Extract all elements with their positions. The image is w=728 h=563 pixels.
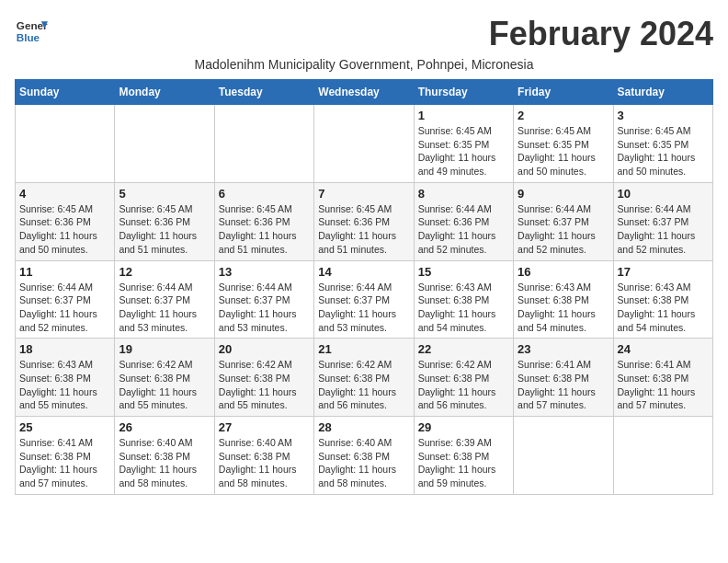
- day-info: Sunrise: 6:40 AM Sunset: 6:38 PM Dayligh…: [219, 436, 310, 490]
- calendar-week-3: 11Sunrise: 6:44 AM Sunset: 6:37 PM Dayli…: [16, 260, 713, 339]
- day-info: Sunrise: 6:45 AM Sunset: 6:35 PM Dayligh…: [618, 124, 709, 178]
- day-number: 8: [418, 187, 509, 201]
- calendar-cell: 29Sunrise: 6:39 AM Sunset: 6:38 PM Dayli…: [414, 417, 513, 495]
- day-number: 11: [19, 265, 110, 279]
- calendar-cell: 5Sunrise: 6:45 AM Sunset: 6:36 PM Daylig…: [115, 182, 214, 260]
- calendar-cell: 28Sunrise: 6:40 AM Sunset: 6:38 PM Dayli…: [314, 417, 414, 495]
- day-info: Sunrise: 6:42 AM Sunset: 6:38 PM Dayligh…: [219, 358, 310, 412]
- calendar-cell: 12Sunrise: 6:44 AM Sunset: 6:37 PM Dayli…: [115, 260, 214, 339]
- day-info: Sunrise: 6:44 AM Sunset: 6:37 PM Dayligh…: [318, 281, 409, 335]
- day-info: Sunrise: 6:45 AM Sunset: 6:35 PM Dayligh…: [518, 124, 609, 178]
- weekday-header-wednesday: Wednesday: [314, 80, 414, 105]
- day-number: 22: [418, 342, 509, 356]
- calendar-table: SundayMondayTuesdayWednesdayThursdayFrid…: [15, 79, 713, 495]
- calendar-week-5: 25Sunrise: 6:41 AM Sunset: 6:38 PM Dayli…: [16, 417, 713, 495]
- day-info: Sunrise: 6:45 AM Sunset: 6:36 PM Dayligh…: [219, 202, 310, 257]
- calendar-cell: 1Sunrise: 6:45 AM Sunset: 6:35 PM Daylig…: [414, 105, 513, 183]
- calendar-cell: 16Sunrise: 6:43 AM Sunset: 6:38 PM Dayli…: [514, 260, 613, 339]
- day-number: 13: [219, 265, 310, 279]
- day-number: 15: [418, 265, 509, 279]
- calendar-week-1: 1Sunrise: 6:45 AM Sunset: 6:35 PM Daylig…: [16, 105, 713, 183]
- calendar-cell: 13Sunrise: 6:44 AM Sunset: 6:37 PM Dayli…: [214, 260, 313, 339]
- day-info: Sunrise: 6:43 AM Sunset: 6:38 PM Dayligh…: [418, 281, 509, 335]
- calendar-cell: 27Sunrise: 6:40 AM Sunset: 6:38 PM Dayli…: [214, 417, 313, 495]
- calendar-cell: 9Sunrise: 6:44 AM Sunset: 6:37 PM Daylig…: [514, 182, 613, 260]
- calendar-cell: 25Sunrise: 6:41 AM Sunset: 6:38 PM Dayli…: [16, 417, 115, 495]
- day-info: Sunrise: 6:42 AM Sunset: 6:38 PM Dayligh…: [318, 358, 409, 412]
- day-number: 9: [518, 187, 609, 201]
- day-number: 10: [618, 187, 709, 201]
- day-number: 27: [219, 420, 310, 434]
- day-number: 21: [318, 342, 409, 356]
- calendar-cell: 15Sunrise: 6:43 AM Sunset: 6:38 PM Dayli…: [414, 260, 513, 339]
- calendar-cell: 14Sunrise: 6:44 AM Sunset: 6:37 PM Dayli…: [314, 260, 414, 339]
- calendar-cell: 6Sunrise: 6:45 AM Sunset: 6:36 PM Daylig…: [214, 182, 313, 260]
- day-info: Sunrise: 6:45 AM Sunset: 6:36 PM Dayligh…: [318, 202, 409, 257]
- day-number: 20: [219, 342, 310, 356]
- day-number: 19: [119, 342, 210, 356]
- calendar-cell: 24Sunrise: 6:41 AM Sunset: 6:38 PM Dayli…: [613, 339, 712, 417]
- weekday-header-saturday: Saturday: [613, 80, 712, 105]
- day-number: 16: [518, 265, 609, 279]
- calendar-cell: 21Sunrise: 6:42 AM Sunset: 6:38 PM Dayli…: [314, 339, 414, 417]
- calendar-cell: 19Sunrise: 6:42 AM Sunset: 6:38 PM Dayli…: [115, 339, 214, 417]
- day-number: 4: [19, 187, 110, 201]
- calendar-week-4: 18Sunrise: 6:43 AM Sunset: 6:38 PM Dayli…: [16, 339, 713, 417]
- calendar-cell: 3Sunrise: 6:45 AM Sunset: 6:35 PM Daylig…: [613, 105, 712, 183]
- calendar-cell: [514, 417, 613, 495]
- day-info: Sunrise: 6:41 AM Sunset: 6:38 PM Dayligh…: [518, 358, 609, 412]
- day-info: Sunrise: 6:45 AM Sunset: 6:36 PM Dayligh…: [119, 202, 210, 257]
- day-info: Sunrise: 6:44 AM Sunset: 6:37 PM Dayligh…: [119, 281, 210, 335]
- calendar-cell: [214, 105, 313, 183]
- calendar-cell: 2Sunrise: 6:45 AM Sunset: 6:35 PM Daylig…: [514, 105, 613, 183]
- day-number: 6: [219, 187, 310, 201]
- svg-text:General: General: [17, 19, 48, 31]
- day-number: 1: [418, 109, 509, 122]
- calendar-cell: [613, 417, 712, 495]
- calendar-cell: 26Sunrise: 6:40 AM Sunset: 6:38 PM Dayli…: [115, 417, 214, 495]
- day-info: Sunrise: 6:45 AM Sunset: 6:35 PM Dayligh…: [418, 124, 509, 178]
- weekday-header-sunday: Sunday: [16, 80, 115, 105]
- weekday-header-thursday: Thursday: [414, 80, 513, 105]
- calendar-cell: [115, 105, 214, 183]
- day-number: 12: [119, 265, 210, 279]
- day-number: 18: [19, 342, 110, 356]
- calendar-cell: 17Sunrise: 6:43 AM Sunset: 6:38 PM Dayli…: [613, 260, 712, 339]
- day-number: 25: [19, 420, 110, 434]
- day-info: Sunrise: 6:44 AM Sunset: 6:37 PM Dayligh…: [219, 281, 310, 335]
- day-info: Sunrise: 6:44 AM Sunset: 6:37 PM Dayligh…: [19, 281, 110, 335]
- day-number: 7: [318, 187, 409, 201]
- weekday-header-friday: Friday: [514, 80, 613, 105]
- logo-icon: General Blue: [15, 15, 48, 48]
- day-info: Sunrise: 6:40 AM Sunset: 6:38 PM Dayligh…: [119, 436, 210, 490]
- day-info: Sunrise: 6:44 AM Sunset: 6:37 PM Dayligh…: [618, 202, 709, 257]
- calendar-cell: 8Sunrise: 6:44 AM Sunset: 6:36 PM Daylig…: [414, 182, 513, 260]
- month-title: February 2024: [489, 15, 713, 53]
- calendar-cell: 11Sunrise: 6:44 AM Sunset: 6:37 PM Dayli…: [16, 260, 115, 339]
- calendar-cell: 7Sunrise: 6:45 AM Sunset: 6:36 PM Daylig…: [314, 182, 414, 260]
- day-info: Sunrise: 6:41 AM Sunset: 6:38 PM Dayligh…: [618, 358, 709, 412]
- calendar-cell: 23Sunrise: 6:41 AM Sunset: 6:38 PM Dayli…: [514, 339, 613, 417]
- day-number: 23: [518, 342, 609, 356]
- day-info: Sunrise: 6:45 AM Sunset: 6:36 PM Dayligh…: [19, 202, 110, 257]
- day-number: 29: [418, 420, 509, 434]
- svg-text:Blue: Blue: [17, 31, 40, 43]
- day-number: 5: [119, 187, 210, 201]
- weekday-header-tuesday: Tuesday: [214, 80, 313, 105]
- calendar-cell: 10Sunrise: 6:44 AM Sunset: 6:37 PM Dayli…: [613, 182, 712, 260]
- calendar-week-2: 4Sunrise: 6:45 AM Sunset: 6:36 PM Daylig…: [16, 182, 713, 260]
- day-info: Sunrise: 6:42 AM Sunset: 6:38 PM Dayligh…: [119, 358, 210, 412]
- day-number: 26: [119, 420, 210, 434]
- weekday-header-monday: Monday: [115, 80, 214, 105]
- subtitle: Madolenihm Municipality Government, Pohn…: [15, 57, 713, 72]
- day-number: 24: [618, 342, 709, 356]
- day-number: 3: [618, 109, 709, 122]
- calendar-cell: [314, 105, 414, 183]
- day-info: Sunrise: 6:39 AM Sunset: 6:38 PM Dayligh…: [418, 436, 509, 490]
- day-info: Sunrise: 6:44 AM Sunset: 6:37 PM Dayligh…: [518, 202, 609, 257]
- day-number: 28: [318, 420, 409, 434]
- page-header: General Blue February 2024: [15, 15, 713, 53]
- calendar-cell: 18Sunrise: 6:43 AM Sunset: 6:38 PM Dayli…: [16, 339, 115, 417]
- day-info: Sunrise: 6:43 AM Sunset: 6:38 PM Dayligh…: [618, 281, 709, 335]
- logo: General Blue: [15, 15, 48, 48]
